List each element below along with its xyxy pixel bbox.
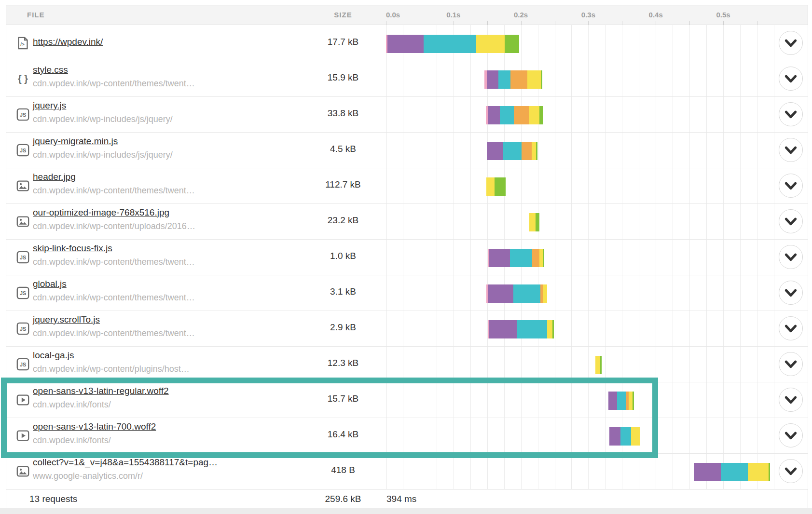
file-host-path: cdn.wpdev.ink/fonts/ [33, 400, 111, 410]
svg-text:{ }: { } [18, 73, 28, 84]
timing-segment-green [600, 356, 602, 374]
file-host-path: cdn.wpdev.ink/wp-content/themes/twent… [33, 257, 195, 267]
time-axis-tick [386, 21, 386, 25]
file-size: 15.7 kB [309, 393, 377, 404]
timing-bar[interactable] [386, 35, 519, 53]
timing-bar[interactable] [488, 249, 544, 267]
timing-segment-green [536, 213, 539, 231]
timing-bar[interactable] [609, 427, 640, 446]
table-row: JSjquery-migrate.min.jscdn.wpdev.ink/wp-… [6, 132, 808, 168]
timing-segment-yellow [595, 356, 600, 374]
file-link[interactable]: jquery.scrollTo.js [33, 314, 100, 325]
file-link[interactable]: local-ga.js [33, 350, 74, 361]
file-column-header: FILE [27, 11, 45, 19]
timing-segment-green [543, 249, 544, 267]
file-size: 418 B [309, 465, 377, 475]
expand-row-button[interactable] [779, 138, 803, 162]
timing-bar[interactable] [595, 356, 602, 374]
file-link[interactable]: global.js [33, 279, 67, 289]
expand-row-button[interactable] [779, 388, 803, 412]
file-link[interactable]: open-sans-v13-latin-regular.woff2 [33, 386, 169, 396]
time-axis-tick [555, 21, 555, 25]
total-load-time: 394 ms [386, 494, 416, 504]
timing-segment-teal [498, 70, 510, 89]
file-host-path: cdn.wpdev.ink/wp-includes/js/jquery/ [33, 114, 173, 124]
file-link[interactable]: style.css [33, 65, 68, 75]
timing-bar[interactable] [486, 284, 547, 303]
file-host-path: cdn.wpdev.ink/wp-content/themes/twent… [33, 79, 195, 89]
js-file-icon: JS [16, 108, 29, 121]
expand-row-button[interactable] [779, 245, 803, 269]
timing-segment-purple [609, 427, 620, 446]
timing-bar[interactable] [486, 106, 543, 124]
time-axis-label: 0.0s [386, 11, 400, 19]
table-row: open-sans-v13-latin-700.woff2cdn.wpdev.i… [6, 418, 808, 453]
file-host-path: cdn.wpdev.ink/fonts/ [33, 435, 111, 446]
table-row: header.jpgcdn.wpdev.ink/wp-content/theme… [6, 168, 808, 203]
svg-text:JS: JS [20, 326, 26, 332]
table-row: JSjquery.scrollTo.jscdn.wpdev.ink/wp-con… [6, 311, 808, 346]
js-file-icon: JS [16, 286, 29, 299]
file-size: 3.1 kB [309, 286, 377, 297]
file-host-path: cdn.wpdev.ink/wp-content/themes/twent… [33, 328, 195, 338]
image-file-icon [16, 465, 29, 478]
timing-bar[interactable] [484, 70, 542, 89]
time-axis-tick [487, 21, 488, 25]
time-axis-tick [420, 21, 420, 25]
timing-segment-yellow [543, 284, 547, 303]
file-size: 17.7 kB [309, 37, 377, 47]
waterfall-panel: FILE SIZE 0.0s0.1s0.2s0.3s0.4s0.5s />htt… [6, 5, 808, 508]
expand-row-button[interactable] [779, 316, 803, 340]
expand-row-button[interactable] [779, 67, 803, 91]
timing-segment-yellow [539, 249, 543, 267]
expand-row-button[interactable] [779, 174, 803, 198]
file-link[interactable]: https://wpdev.ink/ [33, 37, 103, 47]
timing-bar[interactable] [486, 177, 506, 196]
timing-segment-green [536, 142, 537, 160]
image-file-icon [16, 215, 29, 228]
timing-segment-orange [514, 106, 529, 124]
file-link[interactable]: header.jpg [33, 172, 76, 182]
timing-segment-yellow [629, 392, 633, 410]
time-axis-tick [689, 21, 690, 25]
timing-segment-purple [489, 320, 517, 338]
file-link[interactable]: our-optimized-image-768x516.jpg [33, 207, 169, 218]
timing-segment-green [539, 106, 543, 124]
expand-row-button[interactable] [779, 31, 803, 55]
timing-segment-green [541, 70, 542, 89]
timing-segment-teal [517, 320, 547, 338]
time-axis-label: 0.2s [514, 11, 528, 19]
file-link[interactable]: skip-link-focus-fix.js [33, 243, 112, 254]
file-link[interactable]: open-sans-v13-latin-700.woff2 [33, 421, 156, 432]
timing-segment-green [769, 463, 770, 481]
svg-text:JS: JS [20, 290, 26, 296]
table-header: FILE SIZE 0.0s0.1s0.2s0.3s0.4s0.5s [6, 5, 808, 25]
time-axis-label: 0.4s [649, 11, 663, 19]
timing-bar[interactable] [529, 213, 539, 231]
timing-bar[interactable] [488, 320, 554, 338]
file-link[interactable]: jquery-migrate.min.js [33, 136, 118, 147]
timing-segment-orange [510, 70, 527, 89]
file-size: 2.9 kB [309, 322, 377, 333]
file-link[interactable]: collect?v=1&_v=j48&a=1554388117&t=pag… [33, 457, 218, 468]
file-link[interactable]: jquery.js [33, 100, 66, 111]
timing-segment-green [495, 177, 506, 196]
timing-bar[interactable] [487, 142, 537, 160]
timing-segment-yellow [486, 177, 495, 196]
expand-row-button[interactable] [779, 352, 803, 376]
timing-bar[interactable] [694, 463, 770, 481]
js-file-icon: JS [16, 322, 29, 335]
expand-row-button[interactable] [779, 423, 803, 447]
timing-bar[interactable] [608, 392, 634, 410]
time-axis-tick [757, 21, 757, 25]
expand-row-button[interactable] [779, 281, 803, 305]
total-requests: 13 requests [29, 494, 77, 504]
timing-segment-yellow [631, 427, 640, 446]
expand-row-button[interactable] [779, 209, 803, 233]
expand-row-button[interactable] [779, 102, 803, 126]
table-row: collect?v=1&_v=j48&a=1554388117&t=pag…ww… [6, 453, 808, 489]
timing-segment-purple [487, 70, 498, 89]
page-background-strip [0, 508, 812, 514]
timing-segment-yellow [529, 106, 539, 124]
expand-row-button[interactable] [779, 459, 803, 483]
